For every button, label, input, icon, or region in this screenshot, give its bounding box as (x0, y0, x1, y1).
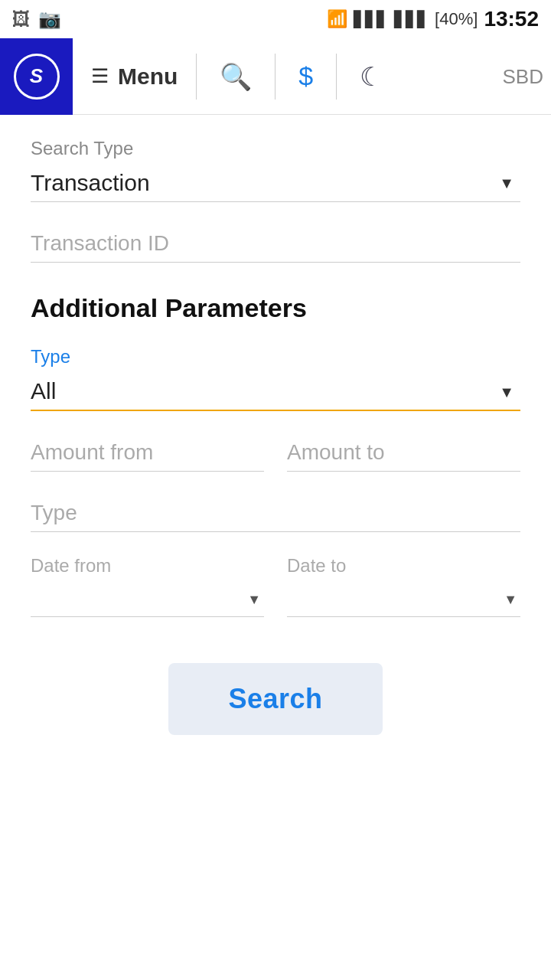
search-type-select[interactable]: Transaction Block Account Witness (31, 164, 520, 202)
currency-button[interactable]: $ (276, 54, 337, 100)
additional-parameters-section: Additional Parameters Type All Transfer … (31, 293, 520, 617)
search-nav-icon: 🔍 (220, 61, 252, 92)
status-bar-right: 📶 ▋▋▋ ▋▋▋ [40%] 13:52 (327, 7, 539, 31)
logo-button[interactable]: S (0, 38, 73, 115)
logo-text: S (30, 64, 43, 88)
search-type-wrapper: Transaction Block Account Witness ▼ (31, 164, 520, 202)
nav-bar: S ☰ Menu 🔍 $ ☾ SBD (0, 38, 551, 115)
type-select-group: Type All Transfer Vote Comment Custom JS… (31, 346, 520, 411)
type-input-group (31, 495, 520, 532)
video-icon: 📷 (38, 8, 61, 30)
date-from-label: Date from (31, 555, 264, 577)
dollar-icon: $ (298, 61, 313, 91)
hamburger-icon: ☰ (91, 64, 109, 88)
transaction-id-group (31, 225, 520, 263)
date-from-wrapper: ▼ (31, 581, 264, 617)
search-type-group: Search Type Transaction Block Account Wi… (31, 138, 520, 202)
search-button-wrapper: Search (31, 663, 520, 735)
battery-icon: [40%] (435, 9, 478, 29)
amount-from-group (31, 434, 264, 472)
amount-row (31, 434, 520, 472)
date-from-group: Date from ▼ (31, 555, 264, 617)
logo-circle: S (14, 54, 60, 100)
signal-icon: ▋▋▋ (354, 10, 388, 28)
amount-to-group (287, 434, 520, 472)
type-select-label: Type (31, 346, 520, 368)
additional-parameters-title: Additional Parameters (31, 293, 520, 323)
type-text-input[interactable] (31, 495, 520, 532)
transaction-id-input[interactable] (31, 225, 520, 263)
main-content: Search Type Transaction Block Account Wi… (0, 115, 551, 789)
menu-button[interactable]: ☰ Menu (73, 54, 197, 100)
time-display: 13:52 (484, 7, 539, 31)
signal2-icon: ▋▋▋ (394, 10, 429, 28)
wifi-icon: 📶 (327, 9, 347, 29)
date-to-group: Date to ▼ (287, 555, 520, 617)
search-nav-button[interactable]: 🔍 (197, 54, 276, 100)
amount-to-input[interactable] (287, 434, 520, 472)
theme-button[interactable]: ☾ (337, 54, 406, 100)
type-select-wrapper: All Transfer Vote Comment Custom JSON ▼ (31, 372, 520, 411)
search-type-label: Search Type (31, 138, 520, 159)
moon-icon: ☾ (360, 61, 383, 92)
date-row: Date from ▼ Date to ▼ (31, 555, 520, 617)
status-bar: 🖼 📷 📶 ▋▋▋ ▋▋▋ [40%] 13:52 (0, 0, 551, 38)
date-to-select[interactable] (287, 581, 520, 617)
date-to-wrapper: ▼ (287, 581, 520, 617)
search-button[interactable]: Search (168, 663, 383, 735)
menu-label: Menu (118, 64, 178, 90)
type-select[interactable]: All Transfer Vote Comment Custom JSON (31, 372, 520, 411)
date-from-select[interactable] (31, 581, 264, 617)
amount-from-input[interactable] (31, 434, 264, 472)
status-bar-left: 🖼 📷 (12, 8, 61, 30)
sbd-label: SBD (503, 64, 551, 88)
image-icon: 🖼 (12, 8, 31, 30)
date-to-label: Date to (287, 555, 520, 577)
